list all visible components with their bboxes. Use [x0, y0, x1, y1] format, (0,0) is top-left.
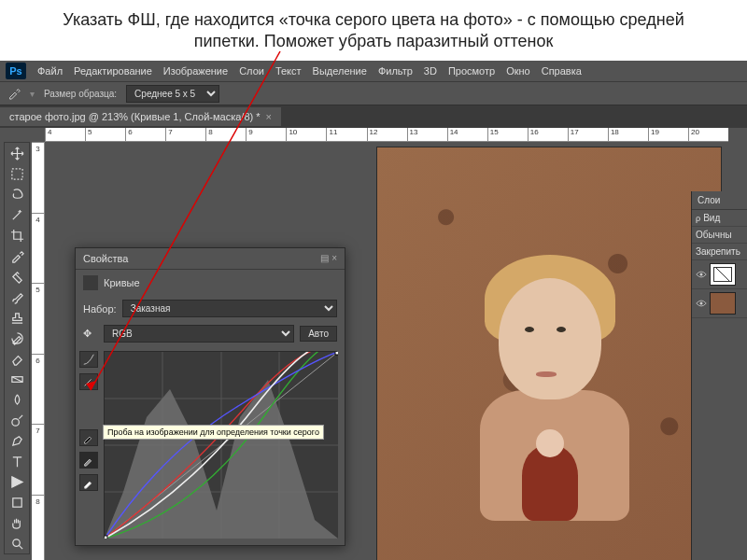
app-logo: Ps: [6, 63, 26, 79]
menu-view[interactable]: Просмотр: [448, 65, 495, 77]
curves-side-tools: [79, 351, 100, 491]
move-tool[interactable]: [5, 143, 29, 163]
curve-draw-tool[interactable]: [79, 373, 98, 390]
menu-bar: Ps Файл Редактирование Изображение Слои …: [0, 61, 747, 81]
shape-tool[interactable]: [5, 492, 29, 512]
zoom-tool[interactable]: [5, 533, 29, 553]
panel-menu-icon[interactable]: ▤ ×: [320, 253, 337, 264]
channel-select[interactable]: RGB: [104, 325, 294, 343]
curves-graph[interactable]: Проба на изображении для определения точ…: [104, 351, 337, 538]
layers-title: Слои: [692, 191, 747, 210]
ruler-horizontal: 456 789 101112 131415 161718 1920: [45, 128, 728, 142]
svg-point-4: [12, 539, 20, 546]
black-point-eyedropper[interactable]: [79, 429, 98, 446]
svg-rect-0: [11, 168, 21, 178]
menu-layer[interactable]: Слои: [239, 65, 264, 77]
white-point-eyedropper[interactable]: [79, 474, 98, 491]
document-tab[interactable]: старое фото.jpg @ 213% (Кривые 1, Слой-м…: [0, 107, 281, 126]
curve-point-tool[interactable]: [79, 351, 98, 368]
sample-size-select[interactable]: Среднее 5 x 5: [126, 85, 219, 103]
menu-edit[interactable]: Редактирование: [74, 65, 152, 77]
menu-help[interactable]: Справка: [542, 65, 582, 77]
layer-row-curves[interactable]: [692, 260, 747, 289]
layers-panel: Слои ρВид Обычны Закрепить: [691, 191, 747, 560]
svg-point-2: [11, 418, 19, 426]
eyedropper-icon: [7, 87, 21, 100]
eye-icon[interactable]: [696, 270, 707, 279]
toolbox: [4, 142, 30, 554]
eye-icon[interactable]: [696, 299, 707, 308]
layer-thumb-curves: [710, 263, 736, 286]
menu-window[interactable]: Окно: [506, 65, 530, 77]
pen-tool[interactable]: [5, 430, 29, 451]
gray-point-tooltip: Проба на изображении для определения точ…: [103, 425, 324, 440]
marquee-tool[interactable]: [5, 163, 29, 184]
menu-filter[interactable]: Фильтр: [378, 65, 413, 77]
crop-tool[interactable]: [5, 225, 29, 245]
svg-rect-13: [105, 536, 107, 539]
preset-select[interactable]: Заказная: [122, 300, 337, 317]
type-tool[interactable]: [5, 451, 29, 471]
preset-label: Набор:: [83, 303, 117, 315]
gray-point-eyedropper[interactable]: [79, 452, 98, 469]
eraser-tool[interactable]: [5, 348, 29, 369]
sample-size-label: Размер образца:: [44, 89, 117, 99]
lasso-tool[interactable]: [5, 184, 29, 204]
layers-kind-label: Вид: [703, 213, 720, 223]
properties-panel: Свойства ▤ × Кривые Набор: Заказная ✥ RG…: [75, 247, 345, 546]
blend-mode-select[interactable]: Обычны: [696, 230, 732, 240]
document-image[interactable]: [376, 147, 722, 560]
slide-title: Указать ФШ, где находится «точка серого …: [0, 0, 747, 61]
eyedropper-tool[interactable]: [5, 245, 29, 266]
heal-tool[interactable]: [5, 266, 29, 287]
menu-select[interactable]: Выделение: [313, 65, 367, 77]
wand-tool[interactable]: [5, 204, 29, 225]
gradient-tool[interactable]: [5, 369, 29, 389]
brush-tool[interactable]: [5, 287, 29, 307]
path-tool[interactable]: [5, 471, 29, 492]
properties-title: Свойства: [83, 253, 128, 264]
hand-tool[interactable]: [5, 512, 29, 533]
ruler-vertical: 345 678: [32, 142, 45, 560]
layer-thumb-image: [710, 292, 736, 315]
svg-rect-3: [12, 497, 21, 506]
sampler-icon[interactable]: ✥: [83, 328, 98, 340]
adjustment-type-label: Кривые: [104, 277, 140, 288]
auto-button[interactable]: Авто: [300, 326, 337, 342]
menu-type[interactable]: Текст: [275, 65, 302, 77]
blur-tool[interactable]: [5, 389, 29, 410]
options-bar: ▾ Размер образца: Среднее 5 x 5: [0, 81, 747, 105]
stamp-tool[interactable]: [5, 307, 29, 328]
menu-image[interactable]: Изображение: [163, 65, 228, 77]
history-brush-tool[interactable]: [5, 328, 29, 348]
menu-file[interactable]: Файл: [37, 65, 63, 77]
curves-icon: [83, 275, 98, 290]
svg-point-16: [700, 302, 703, 305]
tab-title: старое фото.jpg @ 213% (Кривые 1, Слой-м…: [9, 111, 261, 122]
layer-row-background[interactable]: [692, 289, 747, 318]
document-tab-bar: старое фото.jpg @ 213% (Кривые 1, Слой-м…: [0, 105, 747, 128]
photoshop-window: Ps Файл Редактирование Изображение Слои …: [0, 61, 747, 560]
svg-rect-14: [335, 352, 338, 355]
close-icon[interactable]: ×: [266, 111, 272, 122]
dodge-tool[interactable]: [5, 410, 29, 430]
lock-label: Закрепить: [696, 246, 740, 257]
menu-3d[interactable]: 3D: [424, 65, 437, 77]
svg-point-15: [700, 273, 703, 276]
